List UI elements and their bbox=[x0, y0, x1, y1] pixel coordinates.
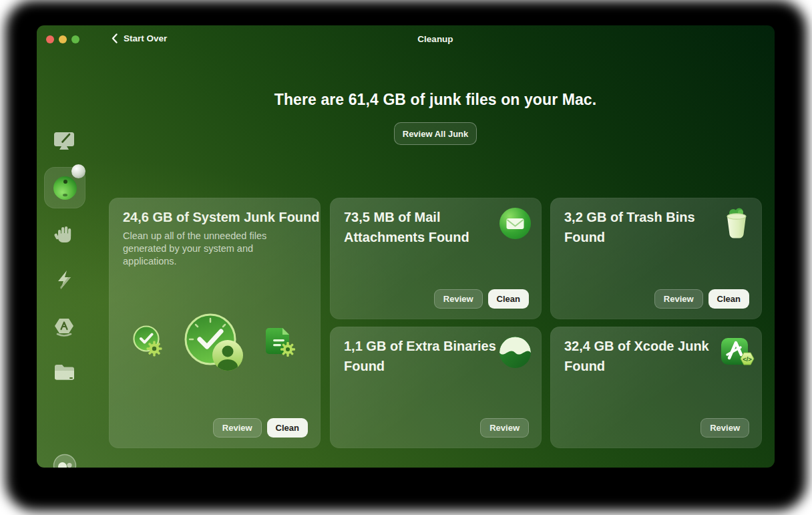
card-description: Clean up all of the unneeded files gener… bbox=[123, 230, 284, 268]
page-headline: There are 61,4 GB of junk files on your … bbox=[109, 91, 762, 109]
sidebar-item-files[interactable] bbox=[52, 360, 76, 384]
card-trash-bins: 3,2 GB of Trash Bins Found Review Clean bbox=[550, 198, 762, 319]
document-gear-icon bbox=[266, 328, 295, 357]
binaries-icon bbox=[499, 337, 531, 368]
titlebar: Start Over Cleanup bbox=[37, 25, 775, 55]
card-title: 3,2 GB of Trash Bins Found bbox=[564, 207, 721, 247]
card-extra-binaries: 1,1 GB of Extra Binaries Found Review bbox=[330, 327, 542, 448]
clock-user-icon bbox=[186, 315, 243, 374]
sidebar-item-protection[interactable] bbox=[53, 223, 75, 246]
clean-button[interactable]: Clean bbox=[488, 289, 529, 309]
assistant-avatar-icon bbox=[53, 454, 77, 468]
review-button[interactable]: Review bbox=[654, 289, 703, 309]
review-all-junk-button[interactable]: Review All Junk bbox=[394, 122, 477, 145]
card-title: 32,4 GB of Xcode Junk Found bbox=[564, 336, 721, 376]
review-button[interactable]: Review bbox=[700, 418, 749, 438]
app-window: Start Over Cleanup bbox=[37, 25, 775, 468]
close-window-button[interactable] bbox=[46, 35, 54, 43]
card-title: 1,1 GB of Extra Binaries Found bbox=[344, 336, 501, 376]
zoom-window-button[interactable] bbox=[71, 35, 79, 43]
xcode-icon: </> bbox=[720, 337, 755, 371]
sidebar-assistant-button[interactable] bbox=[53, 454, 77, 468]
traffic-lights bbox=[46, 35, 79, 43]
review-button[interactable]: Review bbox=[480, 418, 529, 438]
window-title: Cleanup bbox=[109, 34, 762, 44]
sidebar-item-smart-care[interactable] bbox=[52, 128, 76, 152]
sidebar-item-cleanup[interactable] bbox=[44, 167, 85, 208]
clean-button[interactable]: Clean bbox=[708, 289, 749, 309]
imac-cleaner-icon bbox=[52, 128, 76, 152]
review-button[interactable]: Review bbox=[213, 418, 262, 438]
sidebar-item-applications[interactable] bbox=[52, 314, 76, 338]
hand-icon bbox=[53, 223, 75, 246]
folder-icon bbox=[52, 360, 76, 384]
svg-text:</>: </> bbox=[743, 355, 752, 363]
app-store-icon bbox=[52, 314, 76, 338]
trash-bin-icon bbox=[721, 206, 752, 240]
lightning-icon bbox=[53, 269, 75, 291]
card-xcode-junk: 32,4 GB of Xcode Junk Found </> Review bbox=[550, 327, 762, 448]
cleanup-sphere-icon bbox=[53, 176, 77, 200]
card-mail-attachments: 73,5 MB of Mail Attachments Found Review… bbox=[330, 198, 542, 319]
review-button[interactable]: Review bbox=[434, 289, 483, 309]
sidebar-item-performance[interactable] bbox=[53, 269, 75, 291]
screenshot-canvas: Start Over Cleanup bbox=[0, 0, 812, 515]
card-system-junk: 24,6 GB of System Junk Found Clean up al… bbox=[109, 198, 321, 448]
notification-badge bbox=[71, 164, 85, 178]
clock-gear-icon bbox=[134, 327, 162, 357]
clean-button[interactable]: Clean bbox=[267, 418, 308, 438]
card-title: 24,6 GB of System Junk Found bbox=[123, 207, 320, 227]
mail-icon bbox=[499, 208, 531, 239]
minimize-window-button[interactable] bbox=[59, 35, 67, 43]
card-title: 73,5 MB of Mail Attachments Found bbox=[344, 207, 501, 247]
system-junk-illustration bbox=[109, 303, 321, 387]
